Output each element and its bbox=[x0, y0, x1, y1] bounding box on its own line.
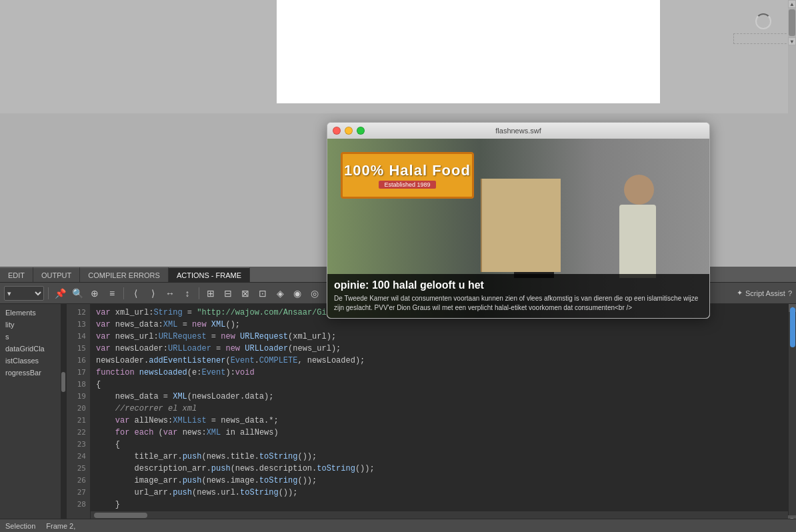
code-line-20: //recorrer el xml bbox=[96, 403, 783, 415]
wand-icon: ✦ bbox=[737, 289, 743, 297]
panel-item-elements[interactable]: Elements bbox=[0, 307, 66, 319]
btn-e[interactable]: ⊞ bbox=[203, 286, 218, 301]
scroll-thumb bbox=[789, 9, 795, 36]
halal-sign: 100% Halal Food Established 1989 bbox=[341, 152, 474, 199]
separator-3 bbox=[199, 287, 199, 299]
separator-2 bbox=[123, 287, 124, 299]
news-body: De Tweede Kamer wil dat consumenten voor… bbox=[334, 294, 703, 313]
line-num-21: 21 bbox=[67, 415, 90, 427]
script-assist-label: Script Assist bbox=[745, 289, 785, 297]
line-num-26: 26 bbox=[67, 475, 90, 487]
status-bar: Selection Frame 2, bbox=[0, 519, 796, 532]
maximize-button[interactable] bbox=[357, 127, 365, 135]
line-num-13: 13 bbox=[67, 319, 90, 331]
panel-item-lity[interactable]: lity bbox=[0, 319, 66, 331]
close-button[interactable] bbox=[333, 127, 341, 135]
scroll-up-arrow[interactable]: ▲ bbox=[788, 0, 796, 8]
code-line-21: var allNews:XMLList = news_data.*; bbox=[96, 415, 783, 427]
code-line-23: { bbox=[96, 439, 783, 451]
line-num-16: 16 bbox=[67, 355, 90, 367]
code-line-15: var newsLoader:URLLoader = new URLLoader… bbox=[96, 343, 783, 355]
line-num-28: 28 bbox=[67, 499, 90, 511]
search-btn[interactable]: 🔍 bbox=[70, 286, 85, 301]
panel-item-progress[interactable]: rogressBar bbox=[0, 367, 66, 379]
btn-b[interactable]: ⟩ bbox=[145, 286, 160, 301]
halal-image: 100% Halal Food Established 1989 opinie:… bbox=[327, 139, 709, 318]
flash-window-title: flashnews.swf bbox=[495, 127, 541, 135]
flash-titlebar: flashnews.swf bbox=[327, 123, 709, 139]
left-panel-scrollbar-thumb[interactable] bbox=[61, 372, 65, 392]
btn-i[interactable]: ◈ bbox=[273, 286, 287, 301]
main-right-scroll: ▲ ▼ bbox=[788, 0, 796, 113]
code-line-19: news_data = XML(newsLoader.data); bbox=[96, 391, 783, 403]
code-line-27: url_arr.push(news.url.toString()); bbox=[96, 487, 783, 499]
loading-spinner bbox=[733, 13, 793, 44]
person2-body bbox=[619, 205, 656, 278]
left-panel-scrollbar bbox=[61, 304, 66, 531]
tab-actions-frame[interactable]: ACTIONS - FRAME bbox=[169, 267, 250, 282]
person2-head bbox=[624, 175, 654, 205]
tab-compiler-errors[interactable]: COMPILER ERRORS bbox=[80, 267, 169, 282]
line-num-22: 22 bbox=[67, 427, 90, 439]
minimize-button[interactable] bbox=[345, 127, 353, 135]
news-overlay: opinie: 100 halal gelooft u het De Tweed… bbox=[327, 274, 709, 318]
line-numbers: 12 13 14 15 16 17 18 19 20 21 22 23 24 2… bbox=[67, 304, 91, 531]
code-line-17: function newsLoaded(e:Event):void bbox=[96, 367, 783, 379]
toolbar-dropdown[interactable]: ▾ bbox=[4, 286, 44, 301]
line-num-14: 14 bbox=[67, 331, 90, 343]
separator-1 bbox=[48, 287, 49, 299]
code-line-26: image_arr.push(news.image.toString()); bbox=[96, 475, 783, 487]
btn-d[interactable]: ↕ bbox=[180, 286, 195, 301]
news-headline: opinie: 100 halal gelooft u het bbox=[334, 279, 703, 291]
line-num-27: 27 bbox=[67, 487, 90, 499]
btn-h[interactable]: ⊡ bbox=[255, 286, 270, 301]
flash-window: flashnews.swf 100% Halal Food Establishe… bbox=[327, 122, 710, 319]
btn-f[interactable]: ⊟ bbox=[221, 286, 235, 301]
code-line-13: var news_data:XML = new XML(); bbox=[96, 319, 783, 331]
panel-item-list[interactable]: istClasses bbox=[0, 355, 66, 367]
line-num-17: 17 bbox=[67, 367, 90, 379]
line-num-23: 23 bbox=[67, 439, 90, 451]
status-location: Frame 2, bbox=[46, 522, 75, 530]
tab-edit[interactable]: EDIT bbox=[0, 267, 33, 282]
loading-bar bbox=[733, 33, 793, 44]
halal-sign-text: 100% Halal Food bbox=[344, 162, 471, 179]
line-num-19: 19 bbox=[67, 391, 90, 403]
btn-j[interactable]: ◉ bbox=[290, 286, 305, 301]
bottom-scroll-thumb[interactable] bbox=[94, 513, 147, 518]
btn-a[interactable]: ⟨ bbox=[128, 286, 143, 301]
scroll-down-arrow[interactable]: ▼ bbox=[788, 37, 796, 45]
pin-btn[interactable]: 📌 bbox=[53, 286, 67, 301]
right-scrollbar: ▲ ▼ bbox=[788, 304, 796, 531]
status-selection: Selection bbox=[5, 522, 35, 530]
panel-item-datagrid[interactable]: dataGridCla bbox=[0, 343, 66, 355]
help-icon[interactable]: ? bbox=[788, 289, 792, 297]
left-panel: Elements lity s dataGridCla istClasses r… bbox=[0, 304, 67, 531]
list-btn[interactable]: ≡ bbox=[105, 286, 119, 301]
left-panel-content: Elements lity s dataGridCla istClasses r… bbox=[0, 304, 66, 381]
tab-output[interactable]: OUTPUT bbox=[33, 267, 80, 282]
line-num-20: 20 bbox=[67, 403, 90, 415]
code-line-18: { bbox=[96, 379, 783, 391]
line-num-25: 25 bbox=[67, 463, 90, 475]
panel-item-s[interactable]: s bbox=[0, 331, 66, 343]
code-line-28: } bbox=[96, 499, 783, 511]
line-num-18: 18 bbox=[67, 379, 90, 391]
white-panel bbox=[277, 0, 660, 103]
scrollbar-thumb[interactable] bbox=[790, 307, 795, 347]
code-line-14: var news_url:URLRequest = new URLRequest… bbox=[96, 331, 783, 343]
halal-sign-subtext: Established 1989 bbox=[379, 181, 435, 189]
code-line-16: newsLoader.addEventListener(Event.COMPLE… bbox=[96, 355, 783, 367]
spinner-icon bbox=[755, 13, 771, 29]
code-line-25: description_arr.push(news.description.to… bbox=[96, 463, 783, 475]
code-line-24: title_arr.push(news.title.toString()); bbox=[96, 451, 783, 463]
target-btn[interactable]: ⊕ bbox=[87, 286, 102, 301]
btn-c[interactable]: ↔ bbox=[163, 286, 177, 301]
line-num-24: 24 bbox=[67, 451, 90, 463]
code-editor[interactable]: var xml_url:String = "http://wajow.com/A… bbox=[91, 304, 788, 531]
btn-k[interactable]: ◎ bbox=[307, 286, 322, 301]
script-assist-area: ✦ Script Assist ? bbox=[737, 289, 792, 297]
btn-g[interactable]: ⊠ bbox=[238, 286, 253, 301]
stand-details bbox=[481, 179, 561, 272]
top-area: ▲ ▼ bbox=[0, 0, 796, 113]
